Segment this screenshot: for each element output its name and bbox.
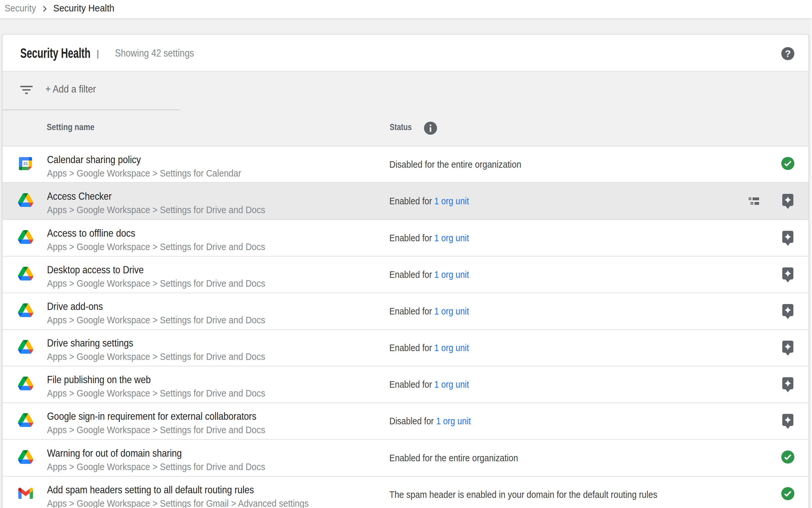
- svg-text:31: 31: [23, 161, 28, 166]
